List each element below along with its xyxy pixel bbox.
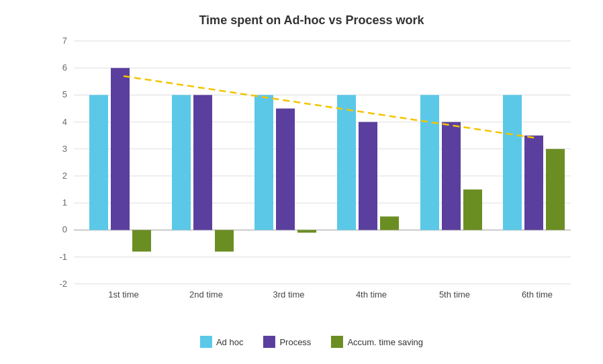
chart-legend: Ad hoc Process Accum. time saving: [200, 336, 423, 348]
legend-adhoc: Ad hoc: [200, 336, 243, 348]
svg-text:2nd time: 2nd time: [189, 289, 223, 300]
svg-text:1st time: 1st time: [108, 289, 138, 300]
svg-text:5: 5: [62, 89, 67, 99]
chart-area: 7 6 5 4 3 2 1 0 -1 -2: [40, 34, 583, 304]
legend-saving-box: [331, 336, 343, 348]
legend-adhoc-label: Ad hoc: [216, 337, 243, 347]
bar-group6-adhoc: [503, 95, 522, 230]
main-chart-svg: 7 6 5 4 3 2 1 0 -1 -2: [40, 34, 583, 304]
bar-group1-process: [111, 68, 130, 230]
legend-process: Process: [263, 336, 311, 348]
bar-group5-adhoc: [420, 95, 439, 230]
svg-text:3rd time: 3rd time: [273, 289, 305, 300]
svg-text:2: 2: [62, 171, 67, 181]
bar-group3-saving: [297, 230, 316, 232]
bar-group6-process: [524, 136, 543, 230]
svg-text:6: 6: [62, 62, 67, 73]
svg-text:-1: -1: [59, 252, 67, 262]
bar-group6-saving: [546, 149, 565, 230]
bar-group4-adhoc: [337, 95, 356, 230]
svg-text:5th time: 5th time: [439, 289, 470, 300]
bar-group2-process: [193, 95, 212, 230]
svg-text:-2: -2: [59, 279, 67, 289]
bar-group2-adhoc: [172, 95, 191, 230]
bar-group4-process: [359, 122, 377, 230]
bar-group1-adhoc: [89, 95, 108, 230]
bar-group3-process: [276, 109, 295, 230]
bar-group5-process: [442, 122, 461, 230]
svg-text:6th time: 6th time: [522, 289, 553, 300]
svg-text:4th time: 4th time: [356, 289, 387, 300]
bar-group2-saving: [215, 230, 234, 251]
svg-text:0: 0: [62, 224, 67, 234]
svg-text:3: 3: [62, 144, 67, 154]
bar-group5-saving: [463, 189, 482, 230]
bar-group4-saving: [380, 216, 399, 230]
legend-process-box: [263, 336, 275, 348]
svg-text:4: 4: [62, 117, 67, 127]
bar-group1-saving: [132, 230, 151, 251]
legend-adhoc-box: [200, 336, 212, 348]
chart-container: Time spent on Ad-hoc vs Process work 7 6…: [0, 0, 603, 364]
chart-title: Time spent on Ad-hoc vs Process work: [40, 13, 583, 28]
legend-process-label: Process: [279, 337, 311, 347]
svg-text:7: 7: [62, 36, 67, 46]
legend-saving-label: Accum. time saving: [347, 337, 423, 347]
bar-group3-adhoc: [254, 95, 273, 230]
legend-saving: Accum. time saving: [331, 336, 423, 348]
svg-text:1: 1: [62, 197, 67, 208]
